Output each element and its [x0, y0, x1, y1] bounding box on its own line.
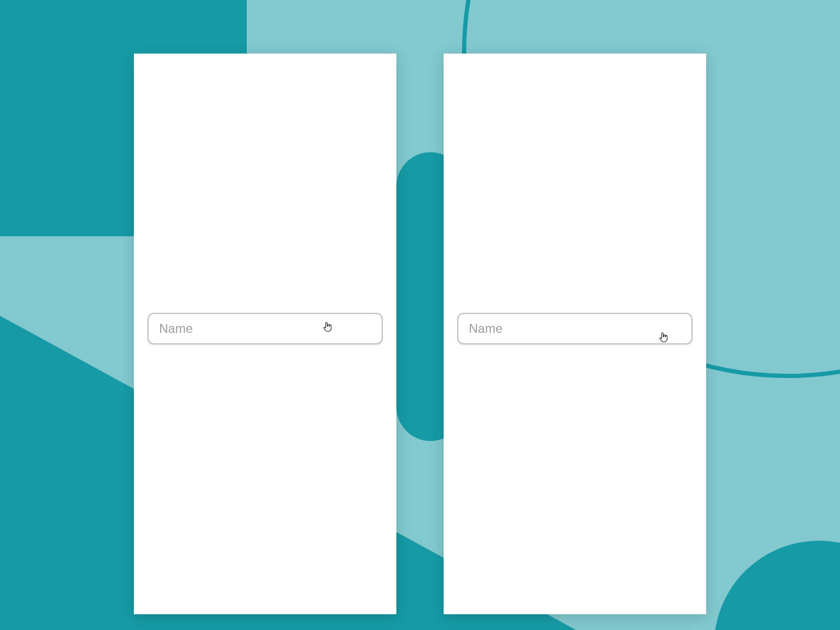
- name-input-wrap: [457, 313, 692, 344]
- panel-right: [444, 54, 706, 614]
- panel-left: [134, 54, 396, 614]
- name-input[interactable]: [148, 313, 383, 344]
- name-input[interactable]: [457, 313, 692, 344]
- name-input-wrap: [148, 313, 383, 344]
- stage: [0, 0, 840, 630]
